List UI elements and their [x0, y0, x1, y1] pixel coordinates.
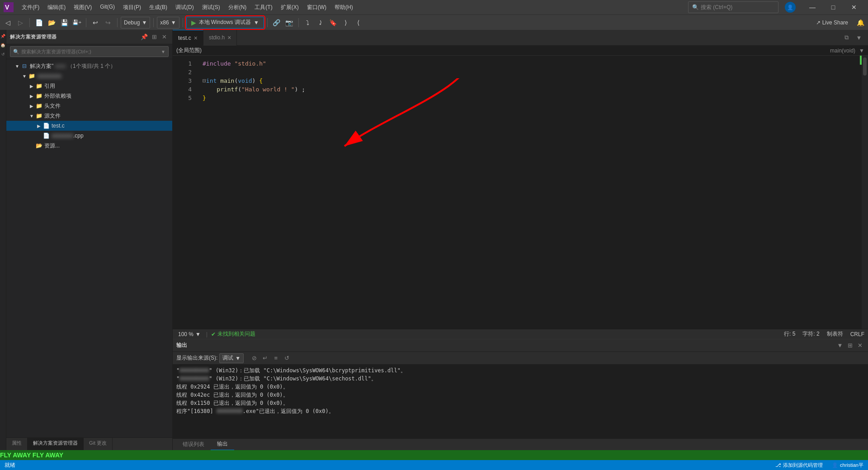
minimize-button[interactable]: — — [802, 0, 823, 14]
tab-label-stdio: stdio.h — [209, 34, 225, 41]
breadcrumb-function[interactable]: main(void) — [830, 47, 855, 54]
tree-ext-label: 外部依赖项 — [44, 92, 71, 100]
menu-file[interactable]: 文件(F) — [18, 3, 43, 12]
output-clear-button[interactable]: ⊘ — [249, 353, 259, 363]
menu-extend[interactable]: 扩展(X) — [277, 3, 302, 12]
pin-icon[interactable]: 📌 — [0, 33, 6, 39]
menu-analyze[interactable]: 分析(N) — [225, 3, 250, 12]
run-button[interactable]: ▶ 本地 Windows 调试器 ▼ — [186, 17, 264, 28]
bottom-tab-errors[interactable]: 错误列表 — [176, 439, 211, 450]
tree-cpp-file[interactable]: 📄 xxxxxxxx .cpp — [6, 131, 172, 141]
menu-test[interactable]: 测试(S) — [198, 3, 224, 12]
debug-config-dropdown[interactable]: Debug ▼ — [121, 17, 150, 28]
status-ready[interactable]: 就绪 — [0, 460, 20, 470]
source-select-arrow: ▼ — [235, 355, 241, 361]
menu-window[interactable]: 窗口(W) — [303, 3, 330, 12]
menu-debug[interactable]: 调试(D) — [172, 3, 198, 12]
sidebar-close-button[interactable]: ✕ — [160, 33, 169, 42]
sidebar-header: 解决方案资源管理器 📌 ⊞ ✕ — [6, 30, 172, 44]
user-avatar[interactable]: 👤 — [785, 2, 796, 13]
sidebar-tab-properties[interactable]: 属性 — [6, 438, 28, 450]
output-dock-button[interactable]: ⊞ — [845, 341, 854, 350]
output-source-select[interactable]: 调试 ▼ — [219, 353, 244, 363]
zoom-dropdown[interactable]: 100 % ▼ — [176, 330, 203, 338]
editor-settings-button[interactable]: ▼ — [854, 32, 864, 43]
toolbar-group-debug2: ⤵ ⤸ 🔖 ⟩ ⟨ — [302, 17, 364, 28]
user-name: christian平 — [840, 462, 863, 469]
play-icon: ▶ — [191, 19, 196, 26]
redo-button[interactable]: ↪ — [102, 17, 114, 28]
sidebar-search-inner[interactable]: 🔍 ▼ — [10, 46, 169, 57]
editor-tab-testc[interactable]: test.c × — [173, 30, 203, 46]
close-tab-stdio[interactable]: × — [227, 34, 231, 41]
sidebar-tab-solution[interactable]: 解决方案资源管理器 — [28, 438, 84, 450]
title-search[interactable]: 🔍 搜索 (Ctrl+Q) — [688, 1, 778, 13]
source-control-button[interactable]: ⎇ 添加到源代码管理 — [771, 460, 827, 470]
sidebar-tab-git[interactable]: Git 更改 — [84, 438, 113, 450]
menu-edit[interactable]: 编辑(E) — [44, 3, 69, 12]
tree-external-deps[interactable]: ▶ 📁 外部依赖项 — [6, 91, 172, 101]
prev-btn[interactable]: ⟨ — [353, 17, 364, 28]
split-editor-button[interactable]: ⧉ — [841, 32, 852, 43]
back-button[interactable]: ◁ — [2, 17, 14, 28]
forward-button[interactable]: ▷ — [14, 17, 26, 28]
code-content[interactable]: #include "stdio.h" ⊟int main(void) { pri… — [195, 56, 868, 329]
output-sync-button[interactable]: ↺ — [282, 353, 292, 363]
open-button[interactable]: 📂 — [46, 17, 57, 28]
menu-view[interactable]: 视图(V) — [70, 3, 95, 12]
toolbar-group-edit: ↩ ↪ — [90, 17, 114, 28]
breadcrumb-scope[interactable]: (全局范围) — [176, 47, 202, 54]
close-tab-testc[interactable]: × — [194, 34, 198, 42]
output-pin-button[interactable]: ▼ — [835, 341, 844, 350]
live-share-button[interactable]: ↗ Live Share — [811, 18, 853, 28]
editor-tab-stdio[interactable]: stdio.h × — [203, 30, 237, 46]
new-project-button[interactable]: 📄 — [33, 17, 45, 28]
undo-button[interactable]: ↩ — [90, 17, 101, 28]
output-filter-button[interactable]: ≡ — [271, 353, 281, 363]
notifications-button[interactable]: 🔔 — [854, 17, 866, 28]
maximize-button[interactable]: □ — [823, 0, 844, 14]
step-into-button[interactable]: ⤵ — [302, 17, 314, 28]
chevron-sidebar-icon: ▼ — [161, 49, 165, 54]
tree-resources[interactable]: 📂 资源... — [6, 141, 172, 151]
final-status-bar: 就绪 ⎇ 添加到源代码管理 👤 christian平 — [0, 460, 868, 470]
output-wrap-button[interactable]: ↵ — [260, 353, 270, 363]
attach-button[interactable]: 🔗 — [271, 17, 283, 28]
vs-logo: V — [4, 2, 14, 12]
sidebar-dock-button[interactable]: ⊞ — [150, 33, 159, 42]
tree-project[interactable]: ▼ 📁 xxxxxxxxx — [6, 71, 172, 81]
next-btn[interactable]: ⟩ — [340, 17, 352, 28]
menu-help[interactable]: 帮助(H) — [331, 3, 357, 12]
user-info-button[interactable]: 👤 christian平 — [827, 460, 868, 470]
tree-headers[interactable]: ▶ 📁 头文件 — [6, 101, 172, 111]
breadcrumb-expand-icon[interactable]: ▼ — [859, 47, 864, 54]
tree-references[interactable]: ▶ 📁 引用 — [6, 81, 172, 91]
close-button[interactable]: ✕ — [844, 0, 864, 14]
encoding-info: 制表符 — [827, 330, 843, 338]
menu-build[interactable]: 生成(B) — [146, 3, 171, 12]
line-num-4: 4 — [173, 85, 192, 94]
refresh-icon[interactable]: ↺ — [0, 52, 6, 57]
output-close-button[interactable]: ✕ — [855, 341, 864, 350]
home-icon[interactable]: 🏠 — [0, 43, 6, 48]
screenshot-button[interactable]: 📷 — [283, 17, 295, 28]
tree-project-label: xxxxxxxxx — [37, 73, 61, 79]
bookmark-button[interactable]: 🔖 — [327, 17, 339, 28]
menu-git[interactable]: Git(G) — [96, 3, 118, 12]
arch-dropdown[interactable]: x86 ▼ — [157, 17, 179, 28]
source-label: 添加到源代码管理 — [783, 462, 823, 469]
scroll-bar[interactable] — [862, 56, 868, 329]
tree-sources[interactable]: ▼ 📁 源文件 — [6, 111, 172, 121]
menu-project[interactable]: 项目(P) — [119, 3, 145, 12]
step-over-button[interactable]: ⤸ — [315, 17, 326, 28]
editor-bottom-bar: 100 % ▼ | ✔ 未找到相关问题 行: 5 字符: 2 制表符 CRLF — [173, 329, 868, 339]
save-all-button[interactable]: 💾+ — [71, 17, 83, 28]
scroll-thumb[interactable] — [863, 57, 867, 76]
menu-tools[interactable]: 工具(T) — [251, 3, 276, 12]
bottom-tab-output[interactable]: 输出 — [211, 438, 234, 450]
sidebar-pin-button[interactable]: 📌 — [140, 33, 149, 42]
tree-testc[interactable]: ▶ 📄 test.c — [6, 121, 172, 131]
tree-solution[interactable]: ▼ ⊟ 解决方案" xxxx （1个项目/共 1 个） — [6, 61, 172, 71]
save-button[interactable]: 💾 — [58, 17, 70, 28]
sidebar-search-input[interactable] — [21, 49, 159, 54]
